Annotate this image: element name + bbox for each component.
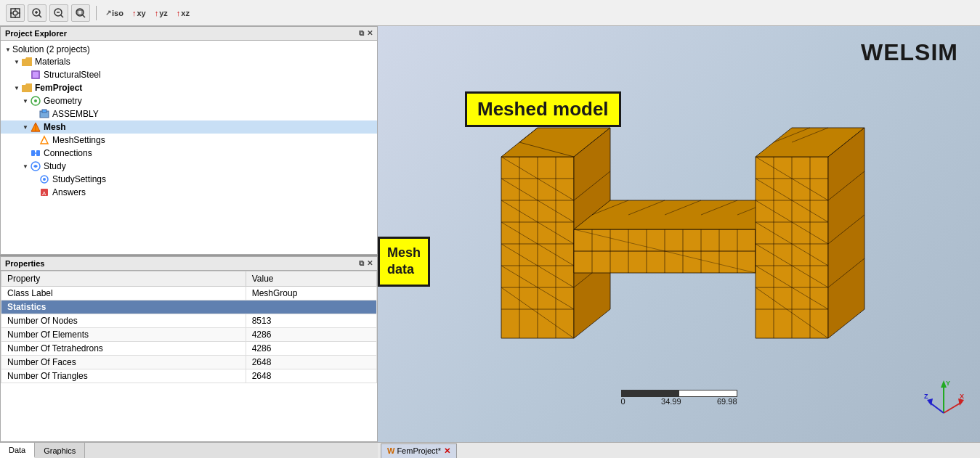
folder-icon [21, 56, 33, 68]
svg-text:Z: Z [924, 393, 928, 400]
svg-marker-104 [828, 128, 864, 338]
svg-text:X: X [960, 393, 964, 400]
tab-graphics[interactable]: Graphics [35, 443, 85, 458]
zoom-out-button[interactable] [49, 4, 68, 22]
connections-label: Connections [44, 148, 92, 158]
svg-line-14 [83, 15, 86, 17]
annotation-line1: Mesh [387, 245, 421, 260]
tree-study[interactable]: ▼ Study [1, 160, 377, 173]
table-row: Number Of Faces 2648 [1, 356, 377, 369]
toggle-fem-project: ▼ [12, 83, 21, 92]
toggle-empty-4 [21, 149, 30, 158]
tree-connections[interactable]: Connections [1, 147, 377, 160]
scale-bar-track [621, 390, 737, 397]
tree-answers[interactable]: A Answers [1, 186, 377, 199]
val-faces: 2648 [246, 356, 376, 369]
view-xy-button[interactable]: ↑ xy [129, 7, 149, 19]
assembly-label: ASSEMBLY [52, 109, 99, 119]
col-property: Property [1, 271, 246, 287]
study-settings-icon [39, 173, 50, 185]
toggle-empty-3 [30, 136, 39, 144]
tree-fem-project[interactable]: ▼ FemProject [1, 81, 377, 94]
table-row: Class Label MeshGroup [1, 287, 377, 300]
geometry-label: Geometry [44, 96, 82, 106]
geometry-icon [30, 95, 41, 107]
view-yz-button[interactable]: ↑ yz [152, 7, 171, 19]
close-icon[interactable]: ✕ [367, 29, 373, 38]
scale-end: 69.98 [717, 397, 737, 406]
viewport-tab-bar: W FemProject* ✕ [378, 442, 980, 458]
viewport-canvas[interactable]: WELSIM Meshed model Mesh data [378, 26, 980, 442]
close-icon-2[interactable]: ✕ [367, 259, 373, 268]
svg-rect-27 [36, 150, 40, 156]
tree-mesh-settings[interactable]: MeshSettings [1, 134, 377, 147]
scale-bar-labels: 0 34.99 69.98 [621, 397, 737, 406]
table-row: Number Of Triangles 2648 [1, 369, 377, 383]
tree-geometry[interactable]: ▼ Geometry [1, 94, 377, 107]
fem-project-tab[interactable]: W FemProject* ✕ [381, 443, 457, 458]
materials-label: Materials [35, 57, 70, 67]
val-elements: 4286 [246, 328, 376, 342]
fit-all-button[interactable] [6, 4, 25, 22]
axis-indicator: Y X Z [922, 377, 965, 420]
svg-text:Y: Y [946, 380, 950, 387]
project-explorer-header: Project Explorer ⧉ ✕ [0, 26, 378, 40]
fem-project-label: FemProject [35, 83, 82, 93]
zoom-box-button[interactable] [71, 4, 90, 22]
structural-steel-label: StructuralSteel [44, 70, 101, 80]
toggle-empty [21, 70, 30, 79]
material-icon [30, 69, 41, 81]
toolbar: ↗ iso ↑ xy ↑ yz ↑ xz [0, 0, 980, 26]
view-xz-button[interactable]: ↑ xz [174, 7, 193, 19]
svg-line-111 [944, 402, 962, 413]
toggle-empty-5 [30, 175, 39, 184]
svg-line-7 [39, 15, 42, 17]
tab-data[interactable]: Data [0, 443, 35, 458]
toggle-study: ▼ [21, 162, 30, 171]
svg-rect-17 [33, 72, 39, 78]
scale-mid: 34.99 [661, 397, 681, 406]
properties-table-container: Property Value Class Label MeshGroup Sta… [0, 270, 378, 442]
tree-assembly[interactable]: ASSEMBLY [1, 107, 377, 120]
svg-rect-21 [42, 110, 46, 113]
tree-solution[interactable]: ▼ Solution (2 projects) [1, 44, 377, 55]
table-row-section-statistics: Statistics [1, 300, 377, 314]
tree-materials[interactable]: ▼ Materials [1, 55, 377, 68]
mesh-annotation: Mesh data [378, 237, 430, 287]
view-iso-button[interactable]: ↗ iso [102, 7, 126, 19]
bottom-tabs: Data Graphics [0, 442, 378, 458]
main-layout: Project Explorer ⧉ ✕ ▼ Solution (2 proje… [0, 26, 980, 458]
float-icon-2[interactable]: ⧉ [359, 259, 364, 268]
tree-mesh[interactable]: ▼ Mesh [1, 120, 377, 134]
svg-marker-25 [41, 136, 48, 144]
toggle-empty-6 [30, 188, 39, 197]
svg-rect-26 [31, 150, 35, 156]
mesh-icon [30, 121, 41, 133]
prop-class-label: Class Label [1, 287, 246, 300]
svg-point-31 [43, 178, 46, 181]
mesh-label: Mesh [44, 122, 66, 132]
answers-icon: A [39, 187, 50, 198]
val-tetrahedrons: 4286 [246, 342, 376, 356]
properties-panel: Properties ⧉ ✕ Property Value [0, 255, 378, 458]
val-class-label: MeshGroup [246, 287, 376, 300]
tab-close-button[interactable]: ✕ [444, 446, 450, 456]
val-triangles: 2648 [246, 369, 376, 383]
mesh-model-svg [479, 120, 915, 389]
brand-label: WELSIM [861, 39, 958, 66]
solution-label: Solution (2 projects) [12, 44, 90, 54]
mesh-settings-label: MeshSettings [52, 135, 105, 145]
prop-faces: Number Of Faces [1, 356, 246, 369]
float-icon[interactable]: ⧉ [359, 29, 364, 38]
tab-graphics-label: Graphics [44, 446, 76, 455]
scale-bar: 0 34.99 69.98 [621, 390, 737, 406]
tree-study-settings[interactable]: StudySettings [1, 173, 377, 186]
fem-folder-icon [21, 82, 33, 94]
val-nodes: 8513 [246, 314, 376, 328]
zoom-in-button[interactable] [28, 4, 46, 22]
tab-label: FemProject* [397, 446, 441, 455]
tree-structural-steel[interactable]: StructuralSteel [1, 68, 377, 81]
table-row: Number Of Elements 4286 [1, 328, 377, 342]
answers-label: Answers [52, 187, 86, 197]
prop-tetrahedrons: Number Of Tetrahedrons [1, 342, 246, 356]
